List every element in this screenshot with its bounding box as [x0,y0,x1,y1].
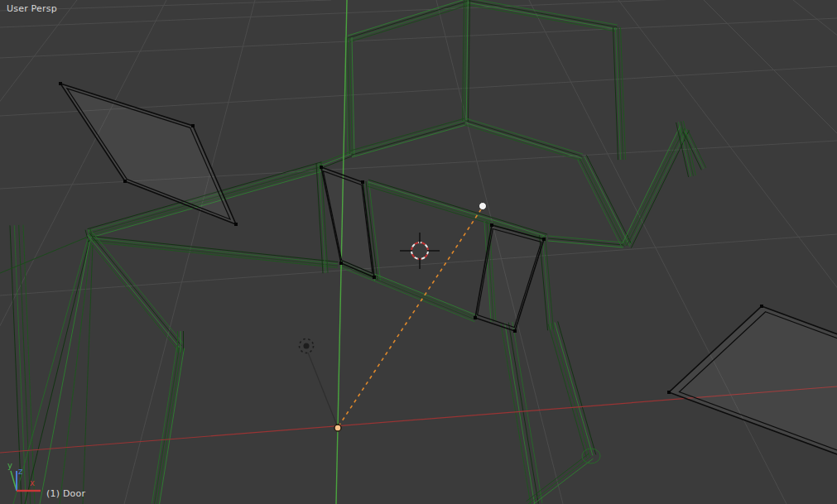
door-vertex-dot[interactable] [542,238,546,241]
door-middle-left[interactable] [320,166,376,279]
door-vertex-dot[interactable] [320,166,323,169]
gizmo-x-label: x [30,478,35,487]
view-mode-label: User Persp [7,4,57,14]
door-vertex-dot[interactable] [123,180,127,183]
viewport-3d-scene[interactable]: xyz [0,0,837,504]
lamp-object[interactable] [300,339,338,426]
gizmo-y-label: y [7,461,12,470]
blender-3d-viewport[interactable]: xyz User Persp (1) Door [0,0,837,504]
door-vertex-dot[interactable] [760,305,763,308]
door-vertex-dot[interactable] [59,82,62,85]
lamp-relationship-line [308,353,337,425]
door-vertex-dot[interactable] [191,124,195,127]
gizmo-y-axis [11,471,17,491]
door-objects [59,82,837,468]
world-axes [0,0,837,504]
gizmo-z-label: z [18,467,22,476]
door-vertex-dot[interactable] [490,223,493,227]
door-vertex-dot[interactable] [474,316,477,319]
door-right[interactable] [667,305,837,468]
door-vertex-dot[interactable] [361,180,364,184]
door-middle-right[interactable] [474,223,546,333]
door-vertex-dot[interactable] [667,391,671,394]
door-vertex-dot[interactable] [234,223,238,226]
selected-vertex-handle[interactable] [479,203,487,210]
door-vertex-dot[interactable] [373,276,376,279]
floor-grid [0,0,837,504]
door-vertex-dot[interactable] [513,329,517,333]
object-origin-point[interactable] [334,425,341,431]
door-vertex-dot[interactable] [339,262,343,265]
active-object-label: (1) Door [46,489,85,499]
lamp-core-icon [304,343,310,349]
